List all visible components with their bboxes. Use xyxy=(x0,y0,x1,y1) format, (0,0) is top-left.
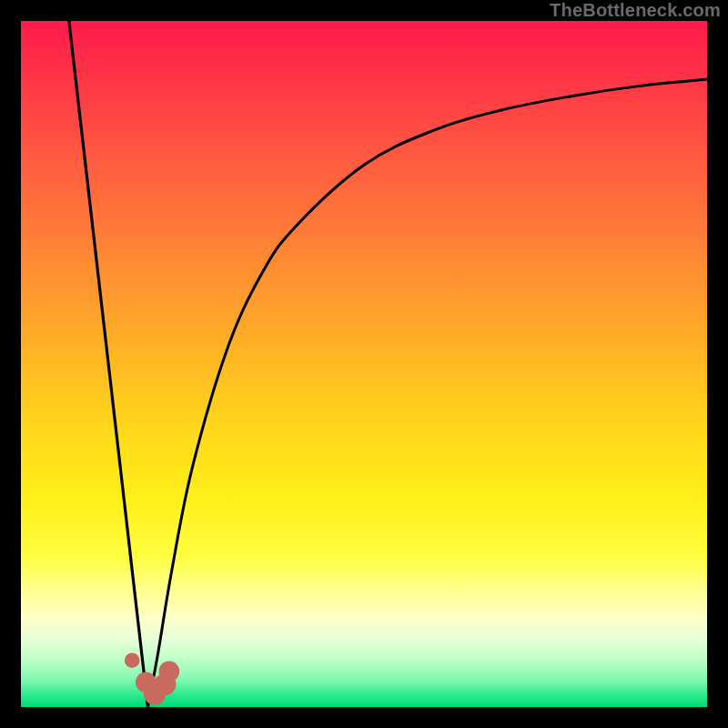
watermark-text: TheBottleneck.com xyxy=(550,0,721,21)
marker-blob4 xyxy=(159,661,180,682)
chart-frame: TheBottleneck.com xyxy=(0,0,728,728)
marker-dot xyxy=(125,652,140,668)
chart-plot-area xyxy=(21,21,707,707)
left-line-path xyxy=(69,21,148,707)
curve-left xyxy=(69,21,148,707)
markers-group xyxy=(125,652,179,704)
right-curve-path xyxy=(147,79,707,707)
curve-right xyxy=(147,79,707,707)
chart-svg xyxy=(21,21,707,707)
